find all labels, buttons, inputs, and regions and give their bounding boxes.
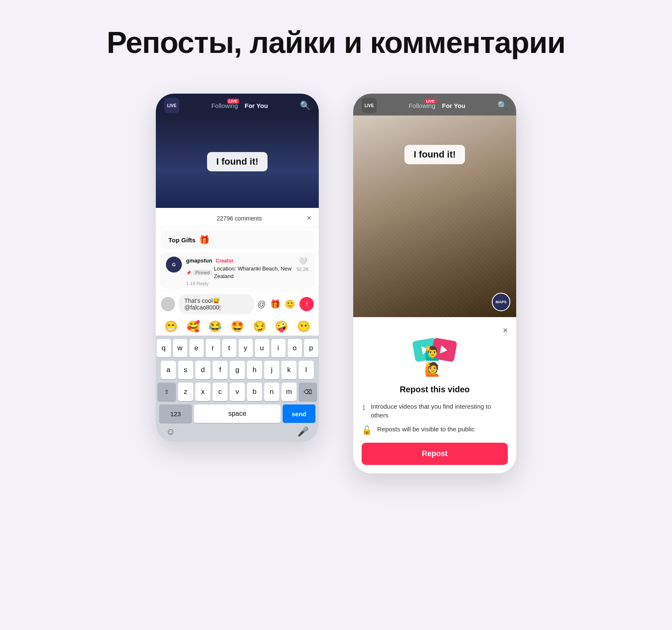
live-icon: LIVE	[164, 98, 179, 113]
key-h[interactable]: h	[247, 361, 262, 379]
comment-input[interactable]: That's cool😅 @falcao8000|	[178, 294, 254, 314]
creator-tag: Creator	[216, 258, 234, 264]
keyboard: q w e r t y u i o p a s d f g h j k l	[156, 336, 319, 442]
key-u[interactable]: u	[255, 339, 269, 357]
emoji-row: 😁 🥰 😂 🤩 😏 🤪 😶	[156, 318, 319, 336]
maps-avatar: MAPS	[492, 293, 510, 311]
kb-row-1: q w e r t y u i o p	[158, 339, 317, 357]
phones-container: LIVE Following LIVE For You 🔍 I found it…	[155, 93, 517, 474]
key-shift[interactable]: ⇧	[158, 383, 176, 401]
key-v[interactable]: v	[230, 383, 245, 401]
emoji-key-6[interactable]: 🤪	[275, 320, 288, 333]
key-send[interactable]: send	[283, 404, 315, 423]
key-t[interactable]: t	[222, 339, 236, 357]
gift-button-icon[interactable]: 🎁	[270, 299, 281, 309]
repost-info-text-1: Introduce videos that you find interesti…	[371, 402, 508, 420]
comment-body: gmapsfun Creator 📌 Pinned Location: Whar…	[186, 257, 292, 286]
text-cursor: |	[219, 304, 221, 311]
key-w[interactable]: w	[173, 339, 187, 357]
comment-meta: 1-18 Reply	[186, 281, 292, 286]
right-video-area: I found it! MAPS	[353, 116, 516, 317]
close-comments-button[interactable]: ×	[307, 214, 311, 223]
heart-icon[interactable]: 🤍	[298, 257, 307, 266]
kb-row-2: a s d f g h j k l	[158, 361, 317, 379]
key-n[interactable]: n	[264, 383, 279, 401]
send-button[interactable]: ↑	[299, 297, 314, 311]
key-z[interactable]: z	[178, 383, 193, 401]
key-d[interactable]: d	[195, 361, 210, 379]
right-following-tab[interactable]: Following LIVE	[409, 102, 435, 109]
key-123[interactable]: 123	[159, 404, 192, 423]
pinned-row: 📌 Pinned Location: Wharariki Beach, New …	[186, 265, 292, 280]
left-phone: LIVE Following LIVE For You 🔍 I found it…	[155, 93, 319, 443]
key-i[interactable]: i	[271, 339, 286, 357]
for-you-tab[interactable]: For You	[245, 102, 268, 109]
like-col: 🤍 52.2K	[297, 257, 309, 286]
left-video-area: I found it!	[156, 116, 319, 208]
emoji-icon[interactable]: 🙂	[285, 299, 295, 309]
avatar: G	[166, 257, 182, 273]
repost-graphic-area: 🙋‍♂️🙋	[362, 339, 508, 377]
key-g[interactable]: g	[230, 361, 245, 379]
left-nav-bar: LIVE Following LIVE For You 🔍	[156, 94, 319, 116]
repost-info-row-1: ↕️ Introduce videos that you find intere…	[362, 402, 508, 420]
key-space[interactable]: space	[194, 404, 281, 423]
key-k[interactable]: k	[281, 361, 297, 379]
comments-header: 22796 comments ×	[156, 208, 319, 227]
live-badge: LIVE	[227, 99, 239, 104]
repost-button[interactable]: Repost	[362, 443, 508, 465]
doodle-figures: 🙋‍♂️🙋	[424, 345, 445, 377]
key-q[interactable]: q	[157, 339, 171, 357]
repost-sheet: × 🙋‍♂️🙋 Repost this video ↕️ Introduce v…	[353, 317, 516, 473]
key-j[interactable]: j	[264, 361, 279, 379]
right-search-icon[interactable]: 🔍	[497, 100, 508, 110]
kb-bottom-row: 123 space send	[158, 404, 317, 423]
following-tab[interactable]: Following LIVE	[211, 102, 238, 109]
emoji-key-1[interactable]: 😁	[164, 320, 178, 333]
repost-title: Repost this video	[362, 385, 508, 394]
top-gifts-row: Top Gifts 🎁	[161, 231, 314, 249]
key-o[interactable]: o	[288, 339, 302, 357]
right-nav-pills: Following LIVE For You	[409, 102, 465, 109]
repost-info-row-2: 🔓 Reposts will be visible to the public	[362, 425, 508, 435]
comment-row: G gmapsfun Creator 📌 Pinned Location: Wh…	[160, 252, 315, 289]
found-it-badge-left: I found it!	[207, 152, 268, 171]
key-f[interactable]: f	[213, 361, 228, 379]
comment-input-row: That's cool😅 @falcao8000| @ 🎁 🙂 ↑	[156, 290, 319, 318]
emoji-key-7[interactable]: 😶	[297, 320, 310, 333]
emoji-key-3[interactable]: 😂	[208, 320, 222, 333]
mic-icon[interactable]: 🎤	[297, 426, 309, 437]
emoji-key-5[interactable]: 😏	[253, 320, 266, 333]
key-b[interactable]: b	[247, 383, 262, 401]
like-count: 52.2K	[297, 267, 309, 272]
search-icon[interactable]: 🔍	[300, 100, 310, 110]
found-it-badge-right: I found it!	[404, 145, 465, 164]
key-r[interactable]: r	[206, 339, 220, 357]
key-c[interactable]: c	[213, 383, 228, 401]
repost-info-icon-1: ↕️	[362, 402, 366, 412]
right-phone: LIVE Following LIVE For You 🔍 I found it…	[353, 93, 517, 474]
emoji-key-2[interactable]: 🥰	[186, 320, 200, 333]
repost-info-text-2: Reposts will be visible to the public	[377, 425, 475, 433]
key-a[interactable]: a	[161, 361, 176, 379]
emoji-keyboard-icon[interactable]: ☺	[166, 426, 175, 437]
mention-icon[interactable]: @	[257, 299, 266, 309]
key-e[interactable]: e	[189, 339, 204, 357]
close-sheet-button[interactable]: ×	[362, 326, 508, 335]
comments-count: 22796 comments	[172, 215, 307, 222]
emoji-key-4[interactable]: 🤩	[231, 320, 244, 333]
right-for-you-tab[interactable]: For You	[442, 102, 465, 109]
page-title: Репосты, лайки и комментарии	[107, 25, 565, 60]
key-p[interactable]: p	[304, 339, 318, 357]
key-m[interactable]: m	[281, 383, 297, 401]
key-s[interactable]: s	[178, 361, 193, 379]
pin-icon: 📌	[186, 270, 191, 275]
input-mention: @falcao8000	[184, 304, 219, 311]
right-live-badge: LIVE	[425, 99, 436, 104]
key-x[interactable]: x	[195, 383, 210, 401]
user-avatar	[161, 297, 175, 311]
key-l[interactable]: l	[299, 361, 314, 379]
key-y[interactable]: y	[239, 339, 253, 357]
right-nav-bar: LIVE Following LIVE For You 🔍	[353, 94, 516, 116]
key-delete[interactable]: ⌫	[299, 383, 317, 401]
